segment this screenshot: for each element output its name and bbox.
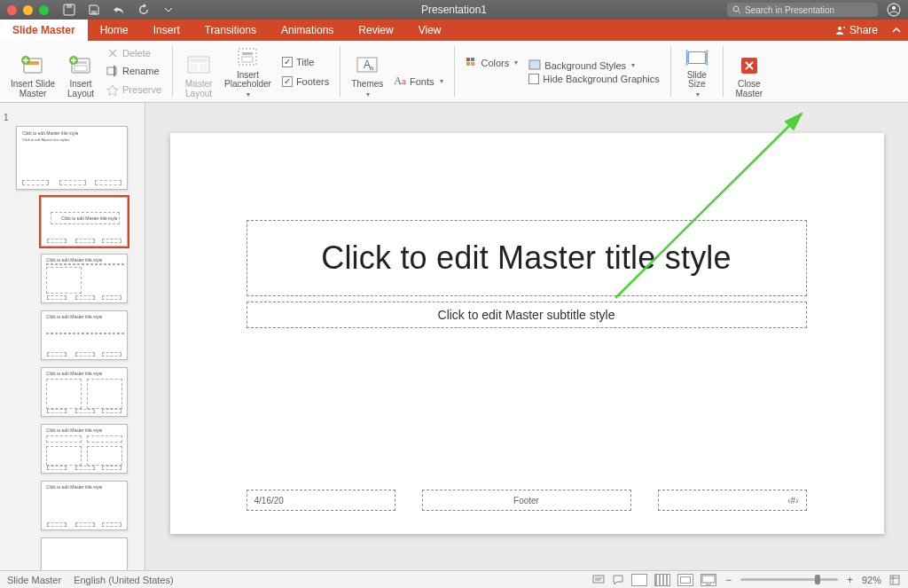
qat-overflow-icon[interactable] bbox=[160, 2, 176, 18]
insert-layout-button[interactable]: Insert Layout bbox=[60, 43, 101, 100]
layout-thumbnail-3[interactable]: Click to edit Master title style bbox=[41, 310, 128, 360]
slide-number-placeholder[interactable]: ‹#› bbox=[658, 490, 807, 511]
comments-button-icon[interactable] bbox=[612, 574, 624, 586]
save-icon[interactable] bbox=[86, 2, 102, 18]
undo-icon[interactable] bbox=[111, 2, 127, 18]
footer-placeholder[interactable]: Footer bbox=[422, 490, 631, 511]
thumbnail-pane[interactable]: 1 Click to edit Master title style Click… bbox=[0, 103, 145, 570]
chevron-down-icon: ▾ bbox=[247, 91, 250, 98]
background-styles-button[interactable]: Background Styles▾ bbox=[527, 59, 661, 73]
svg-point-3 bbox=[733, 6, 739, 12]
preserve-button[interactable]: Preserve bbox=[105, 81, 163, 98]
svg-rect-18 bbox=[190, 59, 207, 62]
redo-icon[interactable] bbox=[136, 2, 152, 18]
status-mode: Slide Master bbox=[7, 575, 61, 585]
layout-thumbnail-7[interactable] bbox=[41, 537, 128, 570]
layout-thumbnail-6[interactable]: Click to edit Master title style bbox=[41, 481, 128, 530]
preserve-icon bbox=[106, 83, 119, 96]
hide-background-checkbox[interactable]: Hide Background Graphics bbox=[527, 73, 661, 85]
collapse-ribbon-icon[interactable] bbox=[885, 20, 908, 41]
sorter-view-icon[interactable] bbox=[654, 574, 670, 586]
fonts-icon: Aa bbox=[394, 74, 406, 88]
slide-canvas-area[interactable]: Click to edit Master title style Click t… bbox=[145, 103, 908, 570]
tab-animations[interactable]: Animations bbox=[269, 20, 346, 41]
tab-view[interactable]: View bbox=[406, 20, 454, 41]
svg-rect-38 bbox=[702, 576, 715, 583]
svg-point-6 bbox=[892, 6, 896, 10]
tab-slide-master[interactable]: Slide Master bbox=[0, 20, 88, 41]
slide-size-icon bbox=[685, 46, 709, 69]
master-thumbnail[interactable]: Click to edit Master title style Click t… bbox=[16, 126, 128, 190]
themes-button[interactable]: Aa Themes▾ bbox=[346, 43, 388, 100]
close-master-button[interactable]: Close Master bbox=[729, 43, 770, 100]
insert-slide-master-icon bbox=[20, 53, 45, 78]
delete-button[interactable]: Delete bbox=[105, 44, 163, 62]
master-layout-button[interactable]: Master Layout bbox=[178, 43, 219, 100]
fit-to-window-icon[interactable] bbox=[888, 574, 901, 586]
insert-layout-icon bbox=[68, 53, 93, 78]
window-close-icon[interactable] bbox=[7, 5, 17, 15]
ribbon-tabs: Slide Master Home Insert Transitions Ani… bbox=[0, 20, 908, 41]
fonts-button[interactable]: Aa Fonts▾ bbox=[392, 74, 444, 89]
layout-thumbnail-5[interactable]: Click to edit Master title style bbox=[41, 424, 128, 474]
close-master-icon bbox=[737, 53, 762, 78]
slideshow-view-icon[interactable] bbox=[701, 574, 716, 586]
subtitle-placeholder[interactable]: Click to edit Master subtitle style bbox=[247, 302, 807, 328]
tab-transitions[interactable]: Transitions bbox=[192, 20, 269, 41]
zoom-slider[interactable] bbox=[740, 578, 838, 581]
insert-placeholder-button[interactable]: Insert Placeholder▾ bbox=[219, 43, 277, 100]
footers-checkbox[interactable]: ✓ Footers bbox=[280, 72, 331, 91]
account-icon[interactable] bbox=[885, 1, 903, 19]
search-placeholder: Search in Presentation bbox=[745, 5, 834, 15]
slide-canvas[interactable]: Click to edit Master title style Click t… bbox=[170, 133, 884, 534]
svg-line-4 bbox=[739, 12, 741, 14]
svg-rect-27 bbox=[466, 58, 470, 61]
svg-rect-1 bbox=[67, 4, 72, 8]
delete-icon bbox=[106, 47, 119, 59]
window-zoom-icon[interactable] bbox=[39, 5, 49, 15]
window-minimize-icon[interactable] bbox=[23, 5, 33, 15]
tab-insert[interactable]: Insert bbox=[141, 20, 192, 41]
svg-rect-31 bbox=[529, 60, 540, 69]
zoom-out-button[interactable]: − bbox=[724, 574, 733, 586]
svg-point-7 bbox=[838, 27, 841, 30]
quick-access-toolbar bbox=[61, 2, 176, 18]
zoom-level[interactable]: 92% bbox=[862, 575, 881, 585]
search-icon bbox=[732, 5, 741, 14]
tab-review[interactable]: Review bbox=[346, 20, 405, 41]
svg-rect-32 bbox=[688, 51, 705, 63]
chevron-down-icon: ▾ bbox=[514, 59, 518, 67]
layout-thumbnail-1[interactable]: Click to edit Master title style bbox=[41, 197, 128, 247]
svg-rect-19 bbox=[190, 64, 198, 71]
tab-home[interactable]: Home bbox=[88, 20, 141, 41]
title-checkbox[interactable]: ✓ Title bbox=[280, 52, 331, 72]
layout-thumbnail-4[interactable]: Click to edit Master title style bbox=[41, 367, 128, 417]
date-placeholder[interactable]: 4/16/20 bbox=[247, 490, 395, 511]
zoom-in-button[interactable]: + bbox=[845, 574, 855, 586]
slide-size-button[interactable]: Slide Size▾ bbox=[677, 43, 717, 100]
status-bar: Slide Master English (United States) − +… bbox=[0, 570, 908, 588]
notes-button-icon[interactable] bbox=[592, 574, 605, 586]
chevron-down-icon: ▾ bbox=[366, 91, 370, 98]
layout-thumbnail-2[interactable]: Click to edit Master title style bbox=[41, 254, 128, 303]
svg-rect-2 bbox=[91, 11, 97, 14]
autosave-icon[interactable] bbox=[61, 2, 77, 18]
reading-view-icon[interactable] bbox=[677, 574, 693, 586]
svg-rect-28 bbox=[471, 58, 474, 61]
checkbox-checked-icon: ✓ bbox=[282, 76, 293, 87]
colors-button[interactable]: Colors▾ bbox=[464, 56, 521, 70]
svg-rect-35 bbox=[593, 576, 604, 583]
insert-slide-master-button[interactable]: Insert Slide Master bbox=[5, 43, 60, 100]
title-placeholder[interactable]: Click to edit Master title style bbox=[247, 220, 807, 296]
rename-icon bbox=[106, 65, 119, 77]
share-button[interactable]: Share bbox=[828, 20, 885, 41]
normal-view-icon[interactable] bbox=[631, 574, 647, 586]
master-layout-icon bbox=[186, 53, 211, 78]
insert-placeholder-icon bbox=[235, 46, 260, 69]
status-language[interactable]: English (United States) bbox=[74, 575, 174, 585]
rename-button[interactable]: Rename bbox=[105, 62, 163, 80]
search-input[interactable]: Search in Presentation bbox=[727, 3, 878, 17]
zoom-thumb-icon[interactable] bbox=[815, 575, 820, 584]
svg-rect-29 bbox=[466, 62, 470, 66]
chevron-down-icon: ▾ bbox=[440, 77, 443, 85]
